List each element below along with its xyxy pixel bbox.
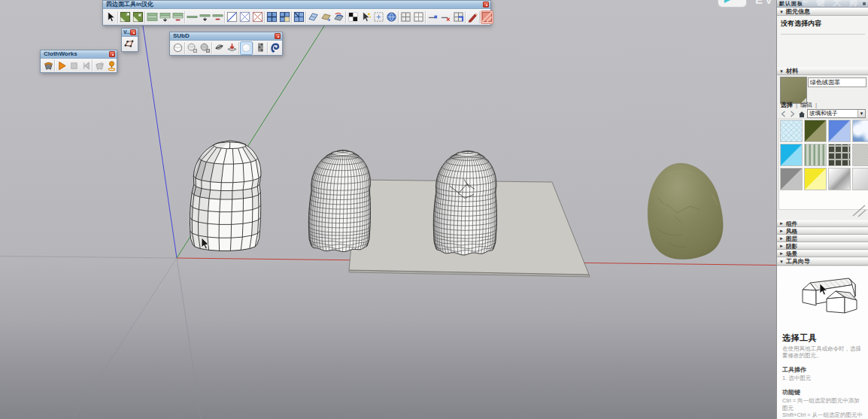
material-swatch[interactable] (828, 168, 851, 190)
instructor-header[interactable]: ▼ 工具向导 (777, 257, 868, 266)
red-pencil-button[interactable] (466, 11, 479, 24)
tray-section-header[interactable]: ► 场景 (777, 250, 868, 257)
play-button[interactable] (56, 59, 68, 72)
home-icon[interactable] (798, 111, 805, 117)
quad-red-button[interactable] (481, 11, 493, 24)
cloth-button[interactable] (42, 59, 54, 72)
sphere-wire-button[interactable] (171, 41, 184, 55)
instructor-modifier-heading: 功能键 (782, 388, 865, 396)
crease-vertex-button[interactable] (226, 41, 238, 55)
quadrangulate-button[interactable] (266, 11, 278, 24)
shrink-loop-button[interactable] (211, 11, 224, 24)
triangulate-button[interactable] (238, 11, 251, 24)
select-loop-button[interactable] (186, 11, 199, 24)
rewind-button[interactable] (80, 59, 92, 72)
select-arrow-button[interactable] (105, 11, 117, 24)
grid-corner-button[interactable] (452, 11, 465, 24)
grid-b-button[interactable] (412, 11, 425, 24)
sphere-add-button[interactable] (186, 41, 199, 55)
back-arrow-icon[interactable] (780, 111, 787, 117)
forward-arrow-icon[interactable] (789, 111, 796, 117)
vertex-toolbar-titlebar[interactable]: V... (122, 29, 138, 37)
flip-triangulation-button[interactable] (226, 11, 238, 24)
material-swatch[interactable] (828, 120, 851, 142)
clothworks-toolbar[interactable]: ClothWorks (40, 50, 117, 73)
close-icon[interactable] (275, 33, 281, 39)
grow-selection-button[interactable] (119, 11, 132, 24)
material-swatch[interactable] (852, 144, 868, 166)
close-icon[interactable] (130, 29, 136, 35)
shrink-ring-button[interactable] (171, 11, 184, 24)
convert-blender-quads-button[interactable] (278, 11, 291, 24)
material-swatch[interactable] (780, 120, 803, 142)
materials-tab-select[interactable]: 选择 (781, 101, 793, 109)
instructor-tool-title: 选择工具 (782, 332, 865, 344)
close-icon[interactable] (109, 51, 115, 57)
soft-sphere-button[interactable] (240, 41, 253, 55)
paste-uv-button[interactable] (385, 11, 398, 24)
vertex-quad-button[interactable] (123, 38, 135, 51)
tray-close-icon[interactable] (863, 2, 866, 5)
tray-section-header[interactable]: ► 组件 (777, 220, 868, 227)
tray-section-header[interactable]: ► 阴影 (777, 242, 868, 250)
quadface-tools-toolbar[interactable]: 四边面工具in汉化 (102, 0, 491, 26)
subd-toolbar-titlebar[interactable]: SUbD (170, 32, 282, 41)
tray-titlebar[interactable]: 默认面板 一 键 大 师 (777, 0, 868, 8)
copy-uv-button[interactable] (372, 11, 385, 24)
sand-plane-button[interactable] (320, 11, 332, 24)
materials-tab-edit[interactable]: 编辑 (800, 101, 812, 109)
material-swatch[interactable] (804, 168, 827, 190)
pin-button[interactable] (105, 59, 117, 72)
smooth-quads-button[interactable] (307, 11, 320, 24)
suede-blob[interactable] (648, 163, 723, 260)
remove-triangulation-button[interactable] (251, 11, 264, 24)
line-end-button[interactable] (426, 11, 439, 24)
active-material-preview[interactable] (780, 77, 807, 104)
shrink-selection-icon (132, 11, 144, 23)
entity-info-header[interactable]: ▼ 图元信息 (777, 8, 868, 16)
grow-loop-button[interactable] (199, 11, 211, 24)
vertex-tools-toolbar[interactable]: V... (121, 28, 138, 52)
line-remove-button[interactable] (439, 11, 452, 24)
grid-a-button[interactable] (399, 11, 412, 24)
subd-toolbar[interactable]: SUbD (169, 32, 283, 56)
tray-section-header[interactable]: ► 风格 (777, 227, 868, 235)
model-viewport[interactable]: ▶ EV 四边面工具in汉化 V... SUbD (0, 0, 776, 419)
material-swatch[interactable] (852, 120, 868, 142)
grow-loop-icon (199, 11, 211, 23)
uv-checker-button[interactable] (347, 11, 360, 24)
material-swatch[interactable] (804, 144, 827, 166)
ladder-button[interactable] (254, 41, 267, 55)
cloth-arrow-button[interactable] (93, 59, 105, 72)
stop-button[interactable] (68, 59, 80, 72)
dropdown-arrow-icon[interactable]: ▼ (857, 110, 865, 117)
select-textured-button[interactable] (360, 11, 372, 24)
tray-section-header[interactable]: ► 图层 (777, 235, 868, 242)
sphere-sub-button[interactable] (199, 41, 211, 55)
material-category-dropdown[interactable]: 玻璃和镜子 ▼ (807, 109, 866, 118)
material-swatch[interactable] (828, 144, 851, 166)
material-name-input[interactable] (808, 77, 866, 87)
close-icon[interactable] (483, 2, 489, 8)
materials-header[interactable]: ▼ 材料 (777, 67, 868, 75)
material-swatch[interactable] (780, 144, 803, 166)
crease-edge-button[interactable] (213, 41, 226, 55)
flip-triangulation-icon (226, 11, 238, 23)
resize-grip-icon[interactable] (851, 204, 866, 217)
insert-loop-button[interactable] (293, 11, 305, 24)
subdivided-blob-edited[interactable] (433, 150, 496, 255)
material-swatch[interactable] (804, 120, 827, 142)
subdivided-blob[interactable] (308, 150, 370, 251)
select-ring-button[interactable] (146, 11, 159, 24)
grow-ring-button[interactable] (159, 11, 171, 24)
crease-edge-icon (214, 42, 225, 53)
material-swatch[interactable] (780, 168, 803, 190)
material-swatch[interactable] (852, 168, 868, 190)
shrink-selection-button[interactable] (132, 11, 144, 24)
quadface-toolbar-titlebar[interactable]: 四边面工具in汉化 (103, 1, 490, 9)
control-cage-blob[interactable] (190, 141, 261, 250)
subd-toolbar-title: SUbD (173, 32, 275, 40)
knot-blue-button[interactable] (269, 41, 281, 55)
uv-mapping-button[interactable] (332, 11, 345, 24)
clothworks-toolbar-titlebar[interactable]: ClothWorks (41, 50, 117, 59)
